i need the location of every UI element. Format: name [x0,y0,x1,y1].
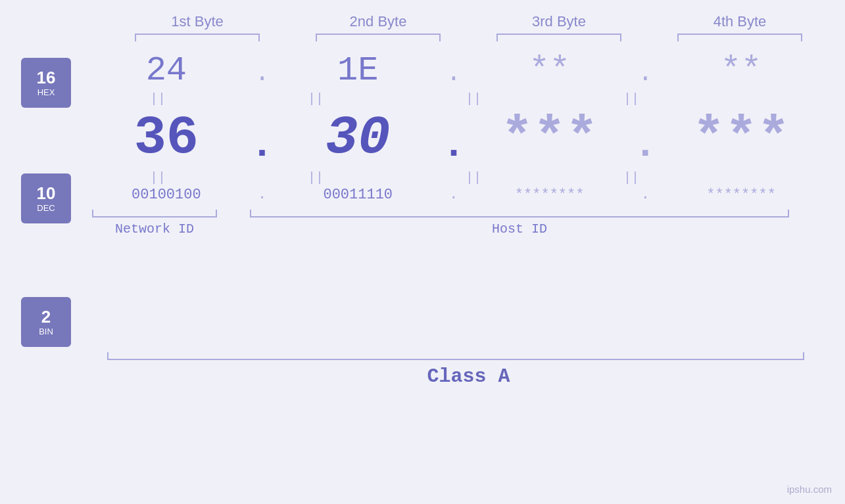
class-bracket-row [107,352,831,360]
host-id-label: Host ID [250,221,789,237]
bin-dot-2: . [441,187,467,203]
host-bracket [250,210,789,218]
byte4-header: 4th Byte [674,13,806,30]
content-area: 16 HEX 10 DEC 2 BIN 24 . [0,51,845,347]
eq2-b3: || [408,170,539,185]
byte1-header: 1st Byte [132,13,263,30]
bin-b4: ******** [675,187,807,203]
hex-badge: 16 HEX [21,58,71,108]
bin-row: 00100100 . 00011110 . ******** . *******… [92,187,815,203]
dec-b3: *** [484,108,616,169]
watermark: ipshu.com [787,484,832,495]
byte2-header: 2nd Byte [312,13,444,30]
badges-column: 16 HEX 10 DEC 2 BIN [0,51,92,347]
eq1-b3: || [408,91,539,106]
hex-b4: ** [675,51,807,90]
equals-row-1: || || || || [92,91,815,106]
bin-b3: ******** [484,187,616,203]
class-bracket [107,352,804,360]
eq2-b1: || [92,170,224,185]
byte-headers-row: 1st Byte 2nd Byte 3rd Byte 4th Byte [107,13,831,30]
top-bracket-4 [677,34,802,41]
dec-b1: 36 [101,108,232,169]
dec-dot-1: . [249,110,276,168]
bin-b2: 00011110 [292,187,423,203]
hex-b3: ** [484,51,616,90]
id-labels-row: Network ID Host ID [92,221,815,237]
byte3-header: 3rd Byte [493,13,625,30]
equals-row-2: || || || || [92,170,815,185]
network-bracket [92,210,217,218]
network-id-label: Network ID [92,221,217,237]
hex-row: 24 . 1E . ** . ** [92,51,815,90]
dec-dot-2: . [441,110,467,168]
main-container: 1st Byte 2nd Byte 3rd Byte 4th Byte 16 H… [0,0,845,504]
hex-b1: 24 [101,51,232,90]
bin-b1: 00100100 [101,187,232,203]
bin-badge: 2 BIN [21,297,71,347]
hex-dot-3: . [632,54,658,87]
eq2-b4: || [566,170,697,185]
hex-b2: 1E [292,51,423,90]
top-bracket-1 [135,34,260,41]
eq2-b2: || [250,170,381,185]
top-bracket-row [107,34,831,41]
data-rows: 24 . 1E . ** . ** || || [92,51,845,347]
class-label: Class A [427,365,510,388]
dec-b4: *** [675,108,807,169]
bin-dot-3: . [632,187,658,203]
hex-dot-1: . [249,54,276,87]
bin-dot-1: . [249,187,276,203]
top-bracket-2 [316,34,441,41]
hex-dot-2: . [441,54,467,87]
bottom-bracket-row [92,210,815,218]
dec-row: 36 . 30 . *** . *** [92,108,815,169]
top-bracket-3 [496,34,621,41]
eq1-b1: || [92,91,224,106]
eq1-b2: || [250,91,381,106]
dec-b2: 30 [292,108,423,169]
eq1-b4: || [566,91,697,106]
dec-dot-3: . [632,110,658,168]
dec-badge: 10 DEC [21,173,71,223]
class-label-row: Class A [107,365,831,388]
